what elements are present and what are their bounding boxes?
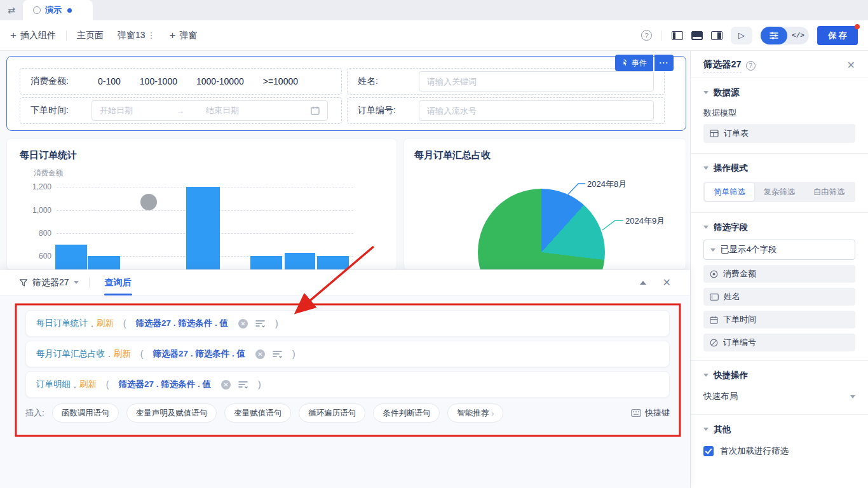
section-quick-actions[interactable]: 快捷操作 xyxy=(703,370,855,381)
date-range-picker[interactable]: 开始日期 → 结束日期 xyxy=(92,100,328,121)
bar xyxy=(88,256,120,270)
field-item-name[interactable]: 姓名 xyxy=(703,288,855,306)
save-button[interactable]: 保 存 xyxy=(817,26,858,45)
data-model-item[interactable]: 订单表 xyxy=(703,124,855,143)
row-action[interactable]: 刷新 xyxy=(114,348,131,360)
quick-layout-label: 快速布局 xyxy=(703,391,738,402)
tab-after-query[interactable]: 查询后 xyxy=(105,270,132,295)
kebab-icon[interactable]: ⋮ xyxy=(147,30,156,40)
first-load-checkbox[interactable] xyxy=(703,446,714,456)
section-other[interactable]: 其他 xyxy=(703,424,855,435)
preview-button[interactable]: ▷ xyxy=(731,27,752,44)
amount-option[interactable]: >=10000 xyxy=(263,76,298,86)
field-item-label: 姓名 xyxy=(724,291,740,302)
event-badge-button[interactable]: 事件 xyxy=(615,55,653,71)
insert-component-button[interactable]: + 插入组件 xyxy=(10,30,56,41)
layout-right-panel-icon[interactable] xyxy=(711,31,722,40)
row-action[interactable]: 刷新 xyxy=(97,318,114,329)
pill-loop[interactable]: 循环遍历语句 xyxy=(299,403,365,423)
row-target[interactable]: 订单明细 xyxy=(36,379,71,390)
chevron-down-icon xyxy=(703,374,709,379)
layout-left-panel-icon[interactable] xyxy=(672,31,683,40)
paren-open: ( xyxy=(140,349,144,359)
tab-demo[interactable]: 演示 xyxy=(23,0,93,20)
add-popup-button[interactable]: + 弹窗 xyxy=(170,30,198,41)
chevron-down-icon xyxy=(74,281,79,287)
close-sidebar-icon[interactable]: ✕ xyxy=(847,60,855,71)
pill-ai-suggest-label: 智能推荐 xyxy=(457,408,489,419)
bar xyxy=(55,245,87,270)
filter-form-component[interactable]: 消费金额: 0-100 100-1000 1000-10000 >=10000 … xyxy=(6,56,686,131)
more-actions-button[interactable]: ··· xyxy=(654,55,674,71)
divider xyxy=(661,30,662,41)
app-window: ⇄ 演示 + 插入组件 主页面 弹窗13⋮ + 弹窗 ? ▷ xyxy=(0,0,868,488)
pie-chart-card[interactable]: 每月订单汇总占收 2024年8月 2024年9月 xyxy=(403,139,686,270)
start-date-placeholder[interactable]: 开始日期 xyxy=(100,105,133,116)
name-input[interactable] xyxy=(419,71,654,92)
field-item-amount[interactable]: 消费金额 xyxy=(703,265,855,283)
mode-simple[interactable]: 简单筛选 xyxy=(705,183,754,201)
logic-row[interactable]: 每日订单统计 . 刷新 ( 筛选器27 . 筛选条件 . 值 ✕ ) xyxy=(25,310,670,337)
logic-row[interactable]: 订单明细 . 刷新 ( 筛选器27 . 筛选条件 . 值 ✕ ) xyxy=(25,371,670,398)
pill-condition[interactable]: 条件判断语句 xyxy=(373,403,440,423)
pill-ai-suggest[interactable]: 智能推荐› xyxy=(447,403,503,423)
order-no-field[interactable]: 订单编号: xyxy=(347,97,665,124)
layout-bottom-panel-icon[interactable] xyxy=(691,31,703,40)
design-mode-button[interactable] xyxy=(761,27,787,44)
design-code-toggle[interactable]: </> xyxy=(761,27,809,44)
shortcut-key-button[interactable]: 快捷键 xyxy=(631,407,670,419)
logic-row[interactable]: 每月订单汇总占收 . 刷新 ( 筛选器27 . 筛选条件 . 值 ✕ ) xyxy=(25,341,670,367)
field-item-order-no[interactable]: 订单编号 xyxy=(703,334,855,351)
row-target[interactable]: 每月订单汇总占收 xyxy=(36,348,105,360)
collapse-sidebar-icon[interactable]: ⇄ xyxy=(0,0,23,20)
row-argument[interactable]: 筛选器27 . 筛选条件 . 值 xyxy=(118,379,211,390)
remove-argument-icon[interactable]: ✕ xyxy=(238,319,248,329)
amount-option[interactable]: 0-100 xyxy=(98,76,121,86)
data-model-label: 数据模型 xyxy=(703,107,855,119)
section-filter-fields[interactable]: 筛选字段 xyxy=(703,222,855,233)
bar-chart-card[interactable]: 每日订单统计 消费金额 1,200 1,000 800 600 xyxy=(6,139,397,270)
row-argument[interactable]: 筛选器27 . 筛选条件 . 值 xyxy=(135,318,228,329)
pill-function-call[interactable]: 函数调用语句 xyxy=(52,403,119,423)
close-panel-icon[interactable]: ✕ xyxy=(663,278,671,288)
end-date-placeholder[interactable]: 结束日期 xyxy=(206,105,239,116)
row-action[interactable]: 刷新 xyxy=(79,379,97,390)
field-item-order-time[interactable]: 下单时间 xyxy=(703,311,855,329)
order-time-field[interactable]: 下单时间: 开始日期 → 结束日期 xyxy=(20,97,342,124)
collapse-panel-icon[interactable] xyxy=(640,278,646,285)
event-logic-panel: 筛选器27 查询后 ✕ 每日订单统计 . 刷新 ( 筛选器27 . 筛选条件 .… xyxy=(0,270,690,488)
popup13-button[interactable]: 弹窗13⋮ xyxy=(118,30,156,41)
pill-var-assign[interactable]: 变量赋值语句 xyxy=(224,403,291,423)
row-argument[interactable]: 筛选器27 . 筛选条件 . 值 xyxy=(153,348,245,360)
section-datasource[interactable]: 数据源 xyxy=(703,87,855,98)
filter-icon xyxy=(19,278,28,287)
mode-free[interactable]: 自由筛选 xyxy=(804,183,854,201)
remove-argument-icon[interactable]: ✕ xyxy=(255,349,265,359)
paren-close: ) xyxy=(292,349,295,359)
mode-complex[interactable]: 复杂筛选 xyxy=(754,183,804,201)
panel-component-selector[interactable]: 筛选器27 xyxy=(19,277,79,288)
amount-option[interactable]: 100-1000 xyxy=(140,76,177,86)
filter-sort-icon[interactable] xyxy=(255,319,266,328)
help-icon[interactable]: ? xyxy=(641,30,652,41)
amount-field[interactable]: 消费金额: 0-100 100-1000 1000-10000 >=10000 xyxy=(20,68,342,95)
name-field[interactable]: 姓名: xyxy=(347,68,665,95)
filter-sort-icon[interactable] xyxy=(273,349,283,358)
help-icon[interactable]: ? xyxy=(746,61,756,71)
pill-var-declare-assign[interactable]: 变量声明及赋值语句 xyxy=(126,403,217,423)
amount-option[interactable]: 1000-10000 xyxy=(196,76,244,86)
label-line-aug xyxy=(568,184,585,194)
row-target[interactable]: 每日订单统计 xyxy=(36,318,88,329)
remove-argument-icon[interactable]: ✕ xyxy=(221,380,231,390)
first-load-filter-row: 首次加载进行筛选 xyxy=(703,445,855,457)
filter-sort-icon[interactable] xyxy=(238,380,248,389)
paren-close: ) xyxy=(275,318,278,329)
cursor-highlight-dot xyxy=(140,194,157,210)
main-page-button[interactable]: 主页面 xyxy=(77,30,104,41)
fields-summary-dropdown[interactable]: 已显示4个字段 xyxy=(703,240,855,260)
order-no-input[interactable] xyxy=(419,100,654,121)
section-mode[interactable]: 操作模式 xyxy=(703,163,855,174)
code-mode-button[interactable]: </> xyxy=(787,32,809,39)
bar xyxy=(186,187,220,270)
quick-layout-row[interactable]: 快速布局 xyxy=(703,388,855,405)
